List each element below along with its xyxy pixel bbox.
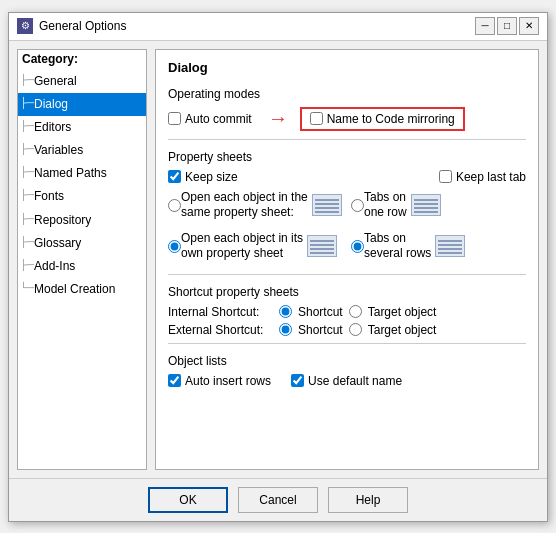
auto-commit-label: Auto commit <box>185 112 252 126</box>
keep-last-tab-checkbox[interactable] <box>439 170 452 183</box>
internal-shortcut-row: Internal Shortcut: Shortcut Target objec… <box>168 305 526 319</box>
internal-shortcut-label: Internal Shortcut: <box>168 305 273 319</box>
category-item-repository[interactable]: Repository <box>18 209 146 232</box>
title-bar: ⚙ General Options ─ □ ✕ <box>9 13 547 41</box>
same-sheet-icon <box>312 194 342 216</box>
divider-3 <box>168 343 526 344</box>
maximize-button[interactable]: □ <box>497 17 517 35</box>
category-item-editors[interactable]: Editors <box>18 116 146 139</box>
close-button[interactable]: ✕ <box>519 17 539 35</box>
operating-modes-label: Operating modes <box>168 87 526 101</box>
help-button[interactable]: Help <box>328 487 408 513</box>
auto-commit-row: Auto commit <box>168 112 252 126</box>
same-sheet-label: Open each object in thesame property she… <box>181 190 308 221</box>
use-default-name-row: Use default name <box>291 374 402 388</box>
divider-1 <box>168 139 526 140</box>
category-panel: Category: General Dialog Editors Variabl… <box>17 49 147 470</box>
window-icon: ⚙ <box>17 18 33 34</box>
name-to-code-checkbox[interactable] <box>310 112 323 125</box>
external-shortcut-row: External Shortcut: Shortcut Target objec… <box>168 323 526 337</box>
tabs-one-row-icon <box>411 194 441 216</box>
property-sheets-label: Property sheets <box>168 150 526 164</box>
category-item-dialog[interactable]: Dialog <box>18 93 146 116</box>
keep-size-row: Keep size <box>168 170 238 184</box>
category-item-model-creation[interactable]: Model Creation <box>18 278 146 301</box>
use-default-name-label: Use default name <box>308 374 402 388</box>
own-sheet-row: Open each object in itsown property shee… <box>168 231 343 262</box>
external-shortcut-radio[interactable] <box>279 323 292 336</box>
auto-commit-checkbox[interactable] <box>168 112 181 125</box>
auto-insert-label: Auto insert rows <box>185 374 271 388</box>
same-sheet-radio[interactable] <box>168 199 181 212</box>
auto-insert-row: Auto insert rows <box>168 374 271 388</box>
category-item-glossary[interactable]: Glossary <box>18 232 146 255</box>
keep-size-checkbox[interactable] <box>168 170 181 183</box>
category-label: Category: <box>18 50 146 70</box>
ok-button[interactable]: OK <box>148 487 228 513</box>
tabs-several-rows-option: Tabs onseveral rows <box>351 231 526 262</box>
operating-modes-row: Auto commit ← Name to Code mirroring <box>168 107 526 131</box>
same-sheet-row: Open each object in thesame property she… <box>168 190 343 221</box>
window-title: General Options <box>39 19 475 33</box>
shortcut-section-label: Shortcut property sheets <box>168 285 526 299</box>
external-target-option-label: Target object <box>368 323 437 337</box>
internal-shortcut-option-label: Shortcut <box>298 305 343 319</box>
object-lists-label: Object lists <box>168 354 526 368</box>
window-body: Category: General Dialog Editors Variabl… <box>9 41 547 478</box>
tabs-several-rows-icon <box>435 235 465 257</box>
external-shortcut-option-label: Shortcut <box>298 323 343 337</box>
internal-target-radio[interactable] <box>349 305 362 318</box>
own-sheet-icon <box>307 235 337 257</box>
arrow-icon: ← <box>268 107 288 130</box>
category-item-named-paths[interactable]: Named Paths <box>18 162 146 185</box>
tabs-one-row-label: Tabs onone row <box>364 190 407 221</box>
tabs-several-rows-radio[interactable] <box>351 240 364 253</box>
category-item-general[interactable]: General <box>18 70 146 93</box>
cancel-button[interactable]: Cancel <box>238 487 318 513</box>
auto-insert-checkbox[interactable] <box>168 374 181 387</box>
external-target-radio[interactable] <box>349 323 362 336</box>
divider-2 <box>168 274 526 275</box>
internal-target-option-label: Target object <box>368 305 437 319</box>
external-shortcut-label: External Shortcut: <box>168 323 273 337</box>
tabs-several-rows-label: Tabs onseveral rows <box>364 231 431 262</box>
title-bar-buttons: ─ □ ✕ <box>475 17 539 35</box>
name-to-code-box: Name to Code mirroring <box>300 107 465 131</box>
object-lists-section: Object lists Auto insert rows Use defaul… <box>168 354 526 388</box>
tabs-one-row-option: Tabs onone row <box>351 190 526 221</box>
main-window: ⚙ General Options ─ □ ✕ Category: Genera… <box>8 12 548 522</box>
object-lists-row: Auto insert rows Use default name <box>168 374 526 388</box>
own-sheet-label: Open each object in itsown property shee… <box>181 231 303 262</box>
keep-size-label: Keep size <box>185 170 238 184</box>
shortcut-section: Shortcut property sheets Internal Shortc… <box>168 285 526 337</box>
footer: OK Cancel Help <box>9 478 547 521</box>
keep-last-tab-label: Keep last tab <box>456 170 526 184</box>
content-panel: Dialog Operating modes Auto commit ← Nam… <box>155 49 539 470</box>
category-item-variables[interactable]: Variables <box>18 139 146 162</box>
use-default-name-checkbox[interactable] <box>291 374 304 387</box>
keep-last-tab-row: Keep last tab <box>439 170 526 184</box>
tabs-one-row-radio[interactable] <box>351 199 364 212</box>
minimize-button[interactable]: ─ <box>475 17 495 35</box>
category-item-add-ins[interactable]: Add-Ins <box>18 255 146 278</box>
own-sheet-radio[interactable] <box>168 240 181 253</box>
section-title: Dialog <box>168 60 526 77</box>
internal-shortcut-radio[interactable] <box>279 305 292 318</box>
category-item-fonts[interactable]: Fonts <box>18 185 146 208</box>
name-to-code-label: Name to Code mirroring <box>327 112 455 126</box>
